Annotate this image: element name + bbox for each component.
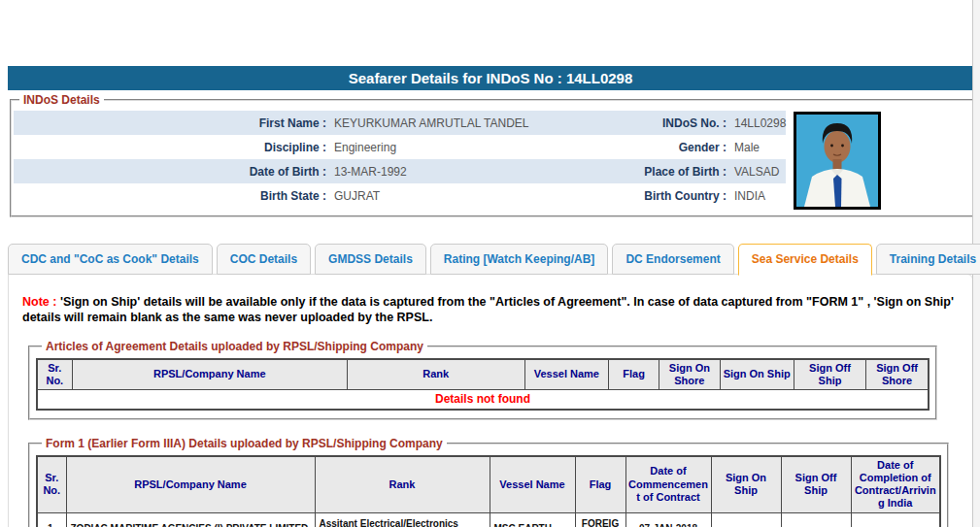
cell-sr-no: 1. xyxy=(37,512,66,527)
tab-gmdss-details[interactable]: GMDSS Details xyxy=(315,244,426,275)
seafarer-photo-image xyxy=(796,115,878,207)
details-not-found-message: Details not found xyxy=(37,389,929,410)
column-header-company: RPSL/Company Name xyxy=(66,456,315,512)
cell-sign-off-ship xyxy=(781,512,851,527)
first-name-label: First Name : xyxy=(14,116,334,130)
tab-sea-service-details[interactable]: Sea Service Details xyxy=(738,244,872,276)
discipline-label: Discipline : xyxy=(14,141,334,154)
seafarer-photo xyxy=(794,112,881,210)
tab-training-details[interactable]: Training Details xyxy=(876,244,980,275)
table-header-row: Sr. No. RPSL/Company Name Rank Vessel Na… xyxy=(37,456,940,512)
place-of-birth-value: VALSAD xyxy=(734,165,786,179)
column-header-vessel: Vessel Name xyxy=(524,359,608,390)
column-header-sign-on-ship: Sign On Ship xyxy=(711,456,781,512)
cell-date-of-completion xyxy=(851,512,940,527)
note-text: 'Sign on Ship' details will be available… xyxy=(22,295,954,324)
column-header-vessel: Vessel Name xyxy=(490,456,575,512)
sea-service-details-panel: Note : 'Sign on Ship' details will be av… xyxy=(8,274,973,527)
birth-state-value: GUJRAT xyxy=(334,189,567,203)
table-row: 1. ZODIAC MARITIME AGENCIES (I) PRIVATE … xyxy=(37,512,940,527)
indos-details-section: INDoS Details First Name : KEYURKUMAR AM… xyxy=(10,93,980,217)
discipline-value: Engineering xyxy=(334,141,567,154)
column-header-sr-no: Sr. No. xyxy=(37,456,66,512)
column-header-sign-on-ship: Sign On Ship xyxy=(720,359,794,390)
indos-no-label: INDoS No. : xyxy=(567,116,734,130)
articles-of-agreement-section: Articles of Agreement Details uploaded b… xyxy=(28,340,937,420)
detail-row: First Name : KEYURKUMAR AMRUTLAL TANDEL … xyxy=(14,111,786,135)
articles-of-agreement-legend: Articles of Agreement Details uploaded b… xyxy=(42,340,427,353)
detail-tabs: CDC and "CoC as Cook" Details COC Detail… xyxy=(8,244,973,275)
birth-country-value: INDIA xyxy=(734,189,786,203)
form1-details-section: Form 1 (Earlier Form IIIA) Details uploa… xyxy=(28,437,949,527)
tab-dc-endorsement[interactable]: DC Endorsement xyxy=(612,244,733,275)
column-header-date-of-commencement: Date of Commencement of Contract xyxy=(625,456,711,512)
column-header-sign-off-ship: Sign Off Ship xyxy=(794,359,865,390)
detail-row: Discipline : Engineering Gender : Male xyxy=(14,135,786,159)
column-header-company: RPSL/Company Name xyxy=(72,359,347,390)
column-header-sign-on-shore: Sign On Shore xyxy=(659,359,720,390)
table-header-row: Sr. No. RPSL/Company Name Rank Vessel Na… xyxy=(37,359,929,390)
cell-flag: FOREIGN xyxy=(575,512,625,527)
column-header-rank: Rank xyxy=(315,456,490,512)
tab-rating-watch-keeping-ab[interactable]: Rating [Watch Keeping/AB] xyxy=(430,244,609,275)
seafarer-details-page: Seafarer Details for INDoS No : 14LL0298… xyxy=(8,0,973,527)
column-header-sign-off-ship: Sign Off Ship xyxy=(781,456,851,512)
birth-country-label: Birth Country : xyxy=(567,189,734,203)
indos-details-table: First Name : KEYURKUMAR AMRUTLAL TANDEL … xyxy=(14,111,786,210)
birth-state-label: Birth State : xyxy=(14,189,334,203)
column-header-flag: Flag xyxy=(575,456,625,512)
tab-cdc-coc-as-cook-details[interactable]: CDC and "CoC as Cook" Details xyxy=(8,244,213,275)
articles-of-agreement-table: Sr. No. RPSL/Company Name Rank Vessel Na… xyxy=(36,358,929,411)
gender-value: Male xyxy=(734,141,786,154)
detail-row: Birth State : GUJRAT Birth Country : IND… xyxy=(14,183,786,208)
gender-label: Gender : xyxy=(567,141,734,154)
empty-message-row: Details not found xyxy=(37,389,929,410)
cell-company: ZODIAC MARITIME AGENCIES (I) PRIVATE LIM… xyxy=(66,512,315,527)
date-of-birth-value: 13-MAR-1992 xyxy=(334,165,567,179)
column-header-sign-off-shore: Sign Off Shore xyxy=(866,359,929,390)
note-label: Note : xyxy=(22,295,56,309)
detail-row: Date of Birth : 13-MAR-1992 Place of Bir… xyxy=(14,159,786,183)
form1-details-legend: Form 1 (Earlier Form IIIA) Details uploa… xyxy=(42,437,447,450)
indos-details-legend: INDoS Details xyxy=(19,93,104,107)
column-header-date-of-completion: Date of Completion of Contract/Arriving … xyxy=(851,456,940,512)
cell-rank: Assitant Electrical/Electronics Officer xyxy=(315,512,490,527)
cell-date-of-commencement: 07-JAN-2018 xyxy=(625,512,711,527)
date-of-birth-label: Date of Birth : xyxy=(14,165,334,179)
cell-sign-on-ship xyxy=(711,512,781,527)
tab-coc-details[interactable]: COC Details xyxy=(217,244,311,275)
column-header-flag: Flag xyxy=(609,359,659,390)
page-title: Seafarer Details for INDoS No : 14LL0298 xyxy=(8,66,973,90)
first-name-value: KEYURKUMAR AMRUTLAL TANDEL xyxy=(334,116,567,130)
sign-on-ship-note: Note : 'Sign on Ship' details will be av… xyxy=(22,294,957,326)
column-header-rank: Rank xyxy=(347,359,524,390)
form1-details-table: Sr. No. RPSL/Company Name Rank Vessel Na… xyxy=(36,455,941,527)
indos-no-value: 14LL0298 xyxy=(734,116,786,130)
place-of-birth-label: Place of Birth : xyxy=(567,165,734,179)
cell-vessel: MSC EARTH xyxy=(490,512,575,527)
column-header-sr-no: Sr. No. xyxy=(37,359,72,390)
